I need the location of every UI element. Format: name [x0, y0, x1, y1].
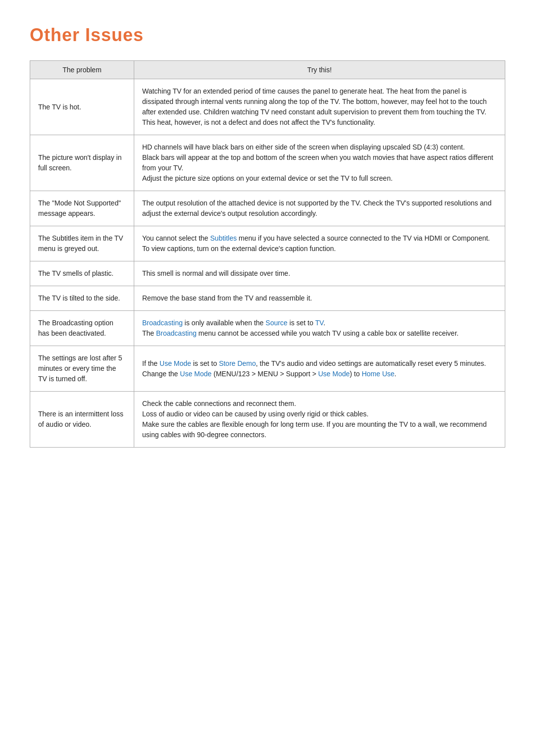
solution-text: Make sure the cables are flexible enough… [142, 420, 486, 439]
solution-text: Check the cable connections and reconnec… [142, 400, 296, 407]
solution-link[interactable]: Use Mode [180, 370, 212, 378]
solution-text: This smell is normal and will dissipate … [142, 269, 290, 277]
solution-cell: HD channels will have black bars on eith… [134, 135, 505, 191]
problem-cell: The TV is tilted to the side. [30, 286, 134, 311]
solution-link[interactable]: Broadcasting [142, 319, 183, 327]
solution-cell: If the Use Mode is set to Store Demo, th… [134, 346, 505, 392]
solution-cell: This smell is normal and will dissipate … [134, 261, 505, 286]
solution-cell: Remove the base stand from the TV and re… [134, 286, 505, 311]
solution-text: You cannot select the [142, 234, 210, 242]
problem-cell: The "Mode Not Supported" message appears… [30, 191, 134, 226]
problem-cell: The TV smells of plastic. [30, 261, 134, 286]
solution-link[interactable]: Subtitles [210, 234, 237, 242]
solution-cell: Check the cable connections and reconnec… [134, 392, 505, 448]
solution-text: menu cannot be accessed while you watch … [197, 329, 459, 337]
table-row: The Subtitles item in the TV menu is gre… [30, 226, 505, 261]
solution-text: . [394, 370, 396, 378]
table-row: The TV is tilted to the side.Remove the … [30, 286, 505, 311]
table-row: There is an intermittent loss of audio o… [30, 392, 505, 448]
solution-text: HD channels will have black bars on eith… [142, 143, 465, 151]
table-row: The settings are lost after 5 minutes or… [30, 346, 505, 392]
solution-cell: The output resolution of the attached de… [134, 191, 505, 226]
problem-cell: The Broadcasting option has been deactiv… [30, 311, 134, 346]
solution-text: is only available when the [183, 319, 266, 327]
problem-cell: The Subtitles item in the TV menu is gre… [30, 226, 134, 261]
solution-cell: You cannot select the Subtitles menu if … [134, 226, 505, 261]
solution-text: is set to [191, 359, 219, 367]
table-row: The TV is hot.Watching TV for an extende… [30, 79, 505, 135]
problem-cell: The TV is hot. [30, 79, 134, 135]
solution-link[interactable]: Use Mode [318, 370, 350, 378]
solution-link[interactable]: Source [266, 319, 287, 327]
solution-text: Adjust the picture size options on your … [142, 174, 393, 182]
solution-text: If the [142, 359, 160, 367]
table-row: The Broadcasting option has been deactiv… [30, 311, 505, 346]
problem-cell: The settings are lost after 5 minutes or… [30, 346, 134, 392]
solution-link[interactable]: TV [315, 319, 323, 327]
problem-cell: The picture won't display in full screen… [30, 135, 134, 191]
table-row: The picture won't display in full screen… [30, 135, 505, 191]
solution-text: The output resolution of the attached de… [142, 199, 491, 217]
table-row: The TV smells of plastic.This smell is n… [30, 261, 505, 286]
page-title: Other Issues [30, 25, 505, 46]
solution-link[interactable]: Home Use [362, 370, 394, 378]
issues-table: The problem Try this! The TV is hot.Watc… [30, 60, 505, 448]
solution-text: is set to [287, 319, 315, 327]
solution-cell: Broadcasting is only available when the … [134, 311, 505, 346]
solution-cell: Watching TV for an extended period of ti… [134, 79, 505, 135]
solution-text: (MENU/123 > MENU > Support > [212, 370, 318, 378]
solution-text: Watching TV for an extended period of ti… [142, 87, 487, 126]
col-header-solution: Try this! [134, 61, 505, 79]
solution-text: Remove the base stand from the TV and re… [142, 294, 312, 302]
solution-link[interactable]: Use Mode [160, 359, 191, 367]
solution-text: Black bars will appear at the top and bo… [142, 153, 493, 172]
problem-cell: There is an intermittent loss of audio o… [30, 392, 134, 448]
solution-link[interactable]: Broadcasting [156, 329, 197, 337]
solution-text: ) to [350, 370, 362, 378]
solution-link[interactable]: Store Demo [219, 359, 256, 367]
table-row: The "Mode Not Supported" message appears… [30, 191, 505, 226]
col-header-problem: The problem [30, 61, 134, 79]
solution-text: Loss of audio or video can be caused by … [142, 410, 369, 418]
